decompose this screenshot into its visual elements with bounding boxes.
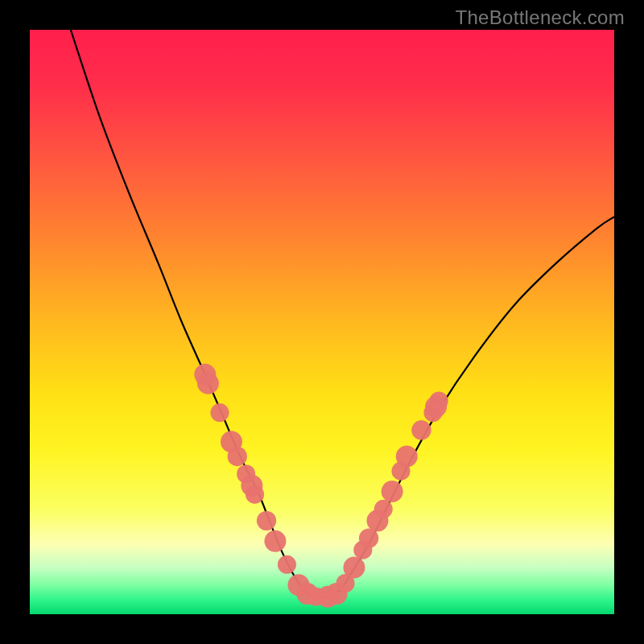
marker-dot — [382, 481, 403, 502]
plot-area — [30, 30, 614, 614]
marker-dot — [343, 556, 365, 578]
marker-dot — [264, 530, 286, 552]
marker-dot — [374, 500, 393, 518]
marker-dot — [197, 373, 219, 394]
curve-line — [71, 30, 614, 597]
watermark-text: TheBottleneck.com — [455, 6, 625, 29]
marker-dot — [210, 403, 229, 422]
bottleneck-curve — [30, 30, 614, 614]
highlight-points — [194, 364, 448, 608]
marker-dot — [257, 511, 276, 530]
marker-dot — [278, 555, 296, 574]
chart-root: TheBottleneck.com — [0, 0, 644, 644]
marker-dot — [411, 420, 431, 440]
marker-dot — [228, 447, 247, 466]
marker-dot — [246, 485, 264, 504]
marker-dot — [396, 445, 418, 467]
marker-dot — [430, 391, 448, 410]
